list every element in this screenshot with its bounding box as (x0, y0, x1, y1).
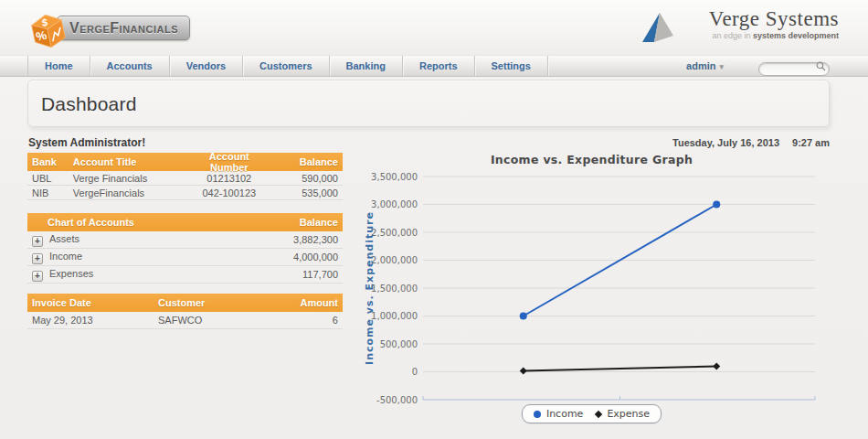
invoices-table: Invoice DateCustomerAmountMay 29, 2013SA… (27, 294, 343, 329)
y-tick-label: 3,000,000 (371, 199, 418, 209)
tab-reports[interactable]: Reports (403, 56, 475, 76)
company-name: Verge Systems (674, 7, 839, 31)
header-cell: Bank (27, 156, 69, 167)
tab-accounts[interactable]: Accounts (90, 56, 170, 76)
tab-settings[interactable]: Settings (475, 56, 548, 76)
y-tick-label: 3,500,000 (371, 172, 418, 182)
company-logo: Verge Systems an edge in systems develop… (674, 5, 839, 49)
header-cell: Customer (153, 297, 273, 308)
cell-text: Expenses (49, 268, 93, 279)
legend-item-expense: Expense (596, 408, 650, 420)
y-tick-label: 500,000 (380, 339, 418, 349)
table-row: +Assets3,882,300 (27, 231, 343, 249)
diamond-marker-icon (595, 410, 602, 417)
data-point-income (713, 201, 720, 209)
tab-home[interactable]: Home (27, 56, 90, 76)
cell: 4,000,000 (249, 252, 344, 262)
cell: SAFWCO (153, 315, 273, 326)
chevron-down-icon: ▾ (719, 62, 724, 71)
table-row: UBLVerge Financials01213102590,000 (27, 171, 343, 186)
cell: 6 (273, 315, 343, 326)
circle-marker-icon (534, 411, 541, 418)
cell: VergeFinancials (69, 187, 185, 198)
plus-expand-icon[interactable]: + (32, 236, 43, 247)
cell-text: Verge Financials (73, 173, 147, 184)
table-row: +Expenses117,700 (27, 266, 343, 284)
header-cell: Amount (273, 297, 343, 308)
app-name-label: VergeFinancials (69, 20, 178, 37)
cell-text: 4,000,000 (293, 252, 338, 262)
page-title-panel: Dashboard (27, 80, 830, 127)
cell-text: VergeFinancials (73, 187, 144, 198)
series-line-expense (524, 366, 717, 370)
tab-banking[interactable]: Banking (330, 56, 403, 76)
cell: May 29, 2013 (27, 315, 153, 326)
plus-expand-icon[interactable]: + (32, 253, 43, 264)
time-label: 9:27 am (792, 137, 830, 148)
plus-expand-icon[interactable]: + (32, 271, 43, 282)
nav-tabs: HomeAccountsVendorsCustomersBankingRepor… (27, 56, 548, 76)
cell-text: UBL (32, 173, 51, 184)
page-title: Dashboard (41, 93, 829, 115)
data-point-income (520, 313, 527, 320)
cube-percent-icon: $ % (22, 4, 73, 55)
header-cell: Invoice Date (27, 297, 153, 308)
tab-vendors[interactable]: Vendors (170, 56, 243, 76)
app-logo[interactable]: VergeFinancials $ % (22, 4, 205, 51)
table-header-row: Invoice DateCustomerAmount (27, 294, 343, 312)
y-tick-label: 2,500,000 (371, 228, 418, 238)
data-point-expense (520, 367, 527, 374)
cell: 042-100123 (185, 187, 273, 198)
header-cell: Chart of Accounts (27, 217, 249, 228)
cell: 535,000 (273, 187, 343, 198)
y-tick-label: 1,000,000 (371, 311, 418, 321)
cell: 590,000 (273, 173, 343, 184)
y-tick-label: 0 (412, 367, 418, 377)
table-header-row: Chart of AccountsBalance (27, 213, 343, 231)
cell: +Income (27, 251, 249, 264)
date-label: Tuesday, July 16, 2013 (672, 137, 779, 148)
chart-plot-area: -500,0000500,0001,000,0001,500,0002,000,… (361, 151, 841, 425)
table-row: May 29, 2013SAFWCO6 (27, 312, 343, 329)
bank-accounts-table: BankAccount TitleAccount NumberBalanceUB… (27, 153, 343, 200)
y-tick-label: 2,000,000 (371, 255, 418, 265)
header-cell: Account Number (185, 151, 273, 173)
search-box (758, 59, 830, 73)
table-row: NIBVergeFinancials042-100123535,000 (27, 186, 343, 200)
y-tick-label: -500,000 (376, 395, 418, 405)
datetime: Tuesday, July 16, 20139:27 am (672, 137, 830, 148)
vergefinancials-dashboard-screen: VergeFinancials $ % Verge Systems (0, 0, 868, 439)
search-icon[interactable] (816, 61, 826, 71)
cell-text: 535,000 (302, 187, 338, 198)
cell-text: 117,700 (302, 269, 338, 280)
tagline-bold: systems development (753, 31, 839, 40)
header-cell: Balance (273, 156, 343, 167)
legend-label: Income (546, 408, 583, 420)
chart-of-accounts-table: Chart of AccountsBalance+Assets3,882,300… (27, 213, 343, 284)
cell: UBL (27, 173, 69, 184)
cell-text: Assets (49, 233, 79, 244)
y-tick-label: 1,500,000 (371, 284, 418, 294)
cell-text: 042-100123 (202, 187, 256, 198)
cell-text: SAFWCO (158, 315, 202, 326)
pyramid-icon (640, 9, 676, 46)
tagline-light: an edge in (712, 31, 750, 40)
cell: +Assets (27, 233, 249, 247)
user-menu[interactable]: admin▾ (686, 56, 724, 76)
cell-text: 3,882,300 (293, 234, 338, 245)
cell: 117,700 (249, 269, 344, 280)
data-point-expense (713, 362, 720, 369)
cell: 01213102 (185, 173, 273, 184)
header-cell: Balance (249, 217, 344, 228)
legend-item-income: Income (534, 408, 583, 420)
cell-text: 590,000 (302, 173, 338, 184)
legend-pill: IncomeExpense (522, 404, 662, 423)
tab-customers[interactable]: Customers (243, 56, 329, 76)
table-header-row: BankAccount TitleAccount NumberBalance (27, 153, 343, 171)
cell: NIB (27, 187, 69, 198)
cell-text: Income (49, 251, 82, 262)
main-navbar: HomeAccountsVendorsCustomersBankingRepor… (0, 55, 868, 77)
header-cell: Account Title (69, 156, 185, 167)
welcome-message: System Administrator! (28, 136, 145, 149)
cell-text: NIB (32, 187, 48, 198)
